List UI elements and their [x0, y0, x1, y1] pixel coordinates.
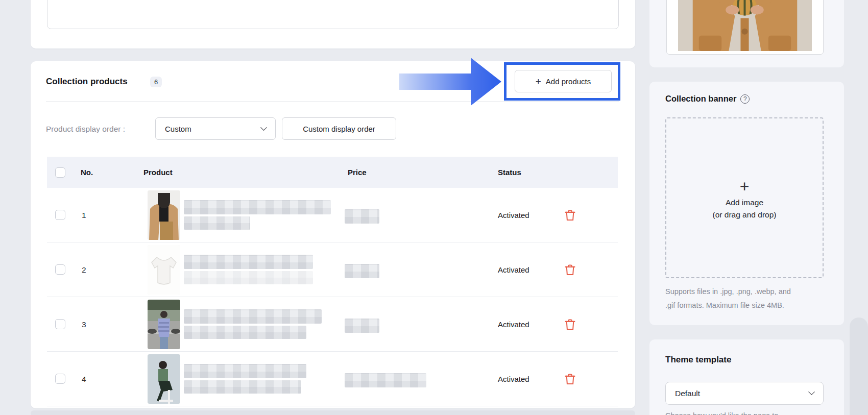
theme-template-card: Theme template Default Choose how you'd …: [649, 339, 844, 415]
description-card: [31, 0, 635, 48]
collection-products-card: Collection products 6 + Add products Pro…: [31, 61, 635, 408]
status-label: Activated: [498, 265, 529, 274]
status-label: Activated: [498, 320, 529, 329]
theme-template-hint: Choose how you'd like the page to: [665, 411, 834, 415]
row-checkbox[interactable]: [55, 210, 65, 220]
blurred-product-name: [184, 271, 313, 284]
product-thumbnail: [148, 190, 180, 240]
theme-template-select[interactable]: Default: [665, 382, 824, 405]
collection-edit-page: Collection products 6 + Add products Pro…: [0, 0, 868, 415]
blurred-product-name: [184, 364, 306, 378]
add-products-button[interactable]: + Add products: [515, 70, 612, 92]
collection-banner-card: Collection banner ? + Add image (or drag…: [649, 82, 844, 325]
row-checkbox[interactable]: [55, 264, 65, 275]
blurred-product-name: [184, 326, 306, 339]
description-editor[interactable]: [47, 0, 619, 29]
column-header-product: Product: [143, 168, 173, 177]
blurred-price: [345, 209, 379, 224]
table-header-row: No. Product Price Status: [47, 157, 618, 188]
file-support-text: Supports files in .jpg, .png, .webp, and…: [665, 285, 791, 312]
trash-icon[interactable]: [563, 372, 577, 386]
table-row: 2 Activated: [47, 242, 618, 297]
question-circle-icon[interactable]: ?: [740, 94, 750, 104]
plus-icon: +: [740, 179, 750, 194]
display-order-select[interactable]: Custom: [155, 117, 276, 140]
custom-display-order-button[interactable]: Custom display order: [282, 117, 396, 140]
banner-title-row: Collection banner ?: [665, 94, 750, 104]
chevron-down-icon: [808, 388, 815, 395]
collection-image-frame: [666, 0, 824, 55]
trash-icon[interactable]: [563, 263, 577, 277]
collection-image: [678, 0, 812, 51]
horizontal-scrollbar[interactable]: [31, 410, 635, 415]
chevron-down-icon: [260, 124, 267, 131]
product-count-badge: 6: [150, 77, 162, 87]
page-scrollbar-thumb[interactable]: [850, 318, 868, 415]
add-products-label: Add products: [546, 77, 591, 86]
banner-upload-dropzone[interactable]: + Add image (or drag and drop): [665, 117, 824, 278]
row-number: 3: [82, 320, 86, 329]
theme-template-value: Default: [675, 389, 700, 398]
blurred-price: [345, 373, 426, 387]
display-order-label: Product display order :: [46, 125, 125, 134]
add-image-label: Add image: [726, 197, 763, 208]
row-number: 2: [82, 265, 86, 275]
display-order-value: Custom: [165, 125, 191, 133]
section-title: Collection products: [46, 77, 128, 87]
blurred-product-name: [184, 216, 250, 230]
row-checkbox[interactable]: [55, 319, 65, 329]
table-row: 4 Activated: [47, 352, 618, 406]
blurred-price: [345, 319, 379, 333]
column-header-no: No.: [81, 168, 93, 177]
select-all-checkbox[interactable]: [55, 167, 65, 178]
blurred-product-name: [184, 309, 322, 324]
product-thumbnail: [148, 354, 180, 404]
trash-icon[interactable]: [563, 208, 577, 222]
blurred-price: [345, 264, 379, 278]
product-thumbnail: [148, 300, 180, 349]
row-checkbox[interactable]: [55, 374, 65, 384]
drag-drop-label: (or drag and drop): [713, 209, 777, 221]
theme-template-title: Theme template: [665, 355, 731, 365]
table-row: 1 Activated: [47, 188, 618, 242]
column-header-price: Price: [348, 168, 367, 177]
trash-icon[interactable]: [563, 318, 577, 331]
row-number: 1: [82, 211, 86, 220]
blurred-product-name: [184, 200, 331, 214]
plus-icon: +: [536, 77, 541, 86]
status-label: Activated: [498, 211, 529, 219]
products-table: No. Product Price Status 1 Activated: [47, 157, 618, 406]
blurred-product-name: [184, 380, 301, 394]
status-label: Activated: [498, 375, 529, 383]
collection-image-card: [649, 0, 844, 67]
column-header-status: Status: [498, 168, 521, 177]
header-divider: [46, 101, 619, 102]
blurred-product-name: [184, 255, 313, 269]
product-thumbnail: [148, 245, 180, 295]
banner-title: Collection banner: [665, 94, 736, 104]
row-number: 4: [82, 375, 86, 384]
table-row: 3 Activated: [47, 297, 618, 352]
